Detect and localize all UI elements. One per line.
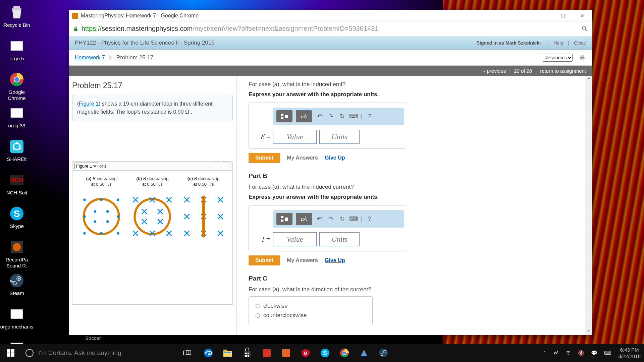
svg-point-10 <box>13 147 15 149</box>
return-link[interactable]: return to assignment <box>540 68 586 74</box>
figure-bar: Figure 1 of 1 ‹ › <box>72 161 233 171</box>
taskbar-mcafee-icon[interactable]: M <box>296 344 315 362</box>
undo-icon[interactable]: ↶ <box>315 215 323 223</box>
fig-label-c: (c) B decreasingat 0.50 T/s <box>178 176 229 187</box>
recycle-bin-icon[interactable]: Recycle Bin <box>0 1 34 35</box>
nch-icon[interactable]: NCH NCH Suit <box>0 169 34 202</box>
svg-text:S: S <box>14 208 20 219</box>
units-button[interactable]: μÅ <box>296 213 312 225</box>
svg-point-27 <box>582 26 586 30</box>
skype-icon[interactable]: S Skype <box>0 202 34 236</box>
recordpad-icon[interactable]: RecordPa Sound R. <box>0 236 34 269</box>
figure-link[interactable]: Figure 1 <box>79 101 99 107</box>
desktop-icon-label: orgo mechanis <box>0 324 33 330</box>
resources-select[interactable]: Resources <box>543 54 573 62</box>
part-b-toolbar: μÅ ↶ ↷ ↻ ⌨ | ? <box>273 210 404 228</box>
help-icon[interactable]: ? <box>366 215 374 223</box>
part-a-units-input[interactable] <box>319 130 360 144</box>
tray-volume-icon[interactable]: 🔇 <box>575 350 588 356</box>
svg-rect-31 <box>581 58 584 60</box>
redo-icon[interactable]: ↷ <box>327 112 335 120</box>
desktop-icon-label: SHAREit <box>7 156 26 162</box>
orog33-icon[interactable]: orog 33 <box>0 102 34 135</box>
scrollbar[interactable]: ▴ ▾ <box>585 76 592 335</box>
reset-icon[interactable]: ↻ <box>338 112 346 120</box>
reset-icon[interactable]: ↻ <box>338 215 346 223</box>
task-view-button[interactable] <box>179 344 195 362</box>
my-answers-link[interactable]: My Answers <box>287 257 318 263</box>
diagram-a <box>76 191 126 242</box>
orgo5-icon[interactable]: orgo 5 <box>0 35 34 68</box>
help-link[interactable]: Help <box>553 40 563 46</box>
units-button[interactable]: μÅ <box>296 110 312 122</box>
taskbar-explorer-icon[interactable] <box>218 344 237 362</box>
tray-wifi-icon[interactable] <box>562 350 575 357</box>
taskbar-skype-icon[interactable]: S <box>315 344 335 362</box>
print-icon[interactable] <box>579 54 586 61</box>
figure-prev-button[interactable]: ‹ <box>212 163 220 169</box>
taskbar-store-icon[interactable] <box>237 344 257 362</box>
radio-clockwise[interactable] <box>256 304 260 308</box>
part-a-submit-button[interactable]: Submit <box>249 153 280 163</box>
svg-text:NCH: NCH <box>10 177 23 183</box>
svg-rect-30 <box>581 55 584 57</box>
tray-notifications-icon[interactable]: 💬 <box>588 350 601 356</box>
breadcrumb-homework[interactable]: Homework 7 <box>75 55 105 61</box>
maximize-button[interactable]: ☐ <box>553 10 573 21</box>
svg-rect-6 <box>11 108 23 118</box>
part-a-value-input[interactable] <box>273 130 317 144</box>
tray-battery-icon[interactable]: 🗲 <box>550 350 562 356</box>
svg-rect-100 <box>224 352 231 353</box>
svg-point-11 <box>19 147 21 149</box>
my-answers-link[interactable]: My Answers <box>287 155 318 161</box>
mp-header: PHY122 - Physics for the Life Sciences I… <box>69 36 592 50</box>
minimize-button[interactable]: ─ <box>534 10 553 21</box>
tray-chevron-icon[interactable]: ⌃ <box>539 350 550 356</box>
taskbar-clock[interactable]: 6:43 PM 3/22/2016 <box>615 347 644 360</box>
taskbar-app-orange-icon[interactable] <box>276 344 296 362</box>
taskbar-edge-icon[interactable] <box>199 344 218 362</box>
start-button[interactable] <box>0 344 21 362</box>
tray-keyboard-icon[interactable]: ⌨ <box>601 350 615 356</box>
desktop-icon-label: RecordPa Sound R. <box>0 257 34 269</box>
shareit-icon[interactable]: SHAREit <box>0 135 34 169</box>
taskbar-chrome-icon[interactable] <box>335 344 354 362</box>
give-up-link[interactable]: Give Up <box>325 257 345 263</box>
svg-rect-93 <box>7 353 10 357</box>
close-link[interactable]: Close <box>574 40 586 46</box>
part-b-units-input[interactable] <box>319 232 360 246</box>
steam-icon[interactable]: Steam <box>0 269 34 303</box>
cortana-search[interactable]: I'm Cortana. Ask me anything. <box>21 344 179 362</box>
taskbar-steam-icon[interactable] <box>374 344 393 362</box>
keyboard-icon[interactable]: ⌨ <box>350 112 358 120</box>
redo-icon[interactable]: ↷ <box>327 215 335 223</box>
template-button[interactable] <box>276 110 292 122</box>
help-icon[interactable]: ? <box>366 112 374 120</box>
figure-select[interactable]: Figure 1 <box>74 163 98 169</box>
taskbar-app-blue-icon[interactable] <box>354 344 374 362</box>
chrome-icon[interactable]: Google Chrome <box>0 68 34 102</box>
diagram-c <box>178 191 229 242</box>
scroll-up-icon[interactable]: ▴ <box>586 76 591 82</box>
address-bar[interactable]: https://session.masteringphysics.com/myc… <box>69 21 592 36</box>
radio-counterclockwise[interactable] <box>256 313 260 318</box>
undo-icon[interactable]: ↶ <box>315 112 323 120</box>
close-button[interactable]: ✕ <box>573 10 592 21</box>
svg-text:S: S <box>323 350 327 356</box>
desktop-icons: Recycle Bin orgo 5 Google Chrome orog 33… <box>0 0 67 362</box>
taskbar-app-red-icon[interactable] <box>257 344 276 362</box>
figure-next-button[interactable]: › <box>222 163 230 169</box>
part-b-instruct: Express your answer with the appropriate… <box>249 194 579 200</box>
previous-link[interactable]: « previous <box>483 68 506 74</box>
part-a-instruct: Express your answer with the appropriate… <box>249 91 579 98</box>
part-b-value-input[interactable] <box>273 232 317 246</box>
svg-rect-26 <box>74 28 77 31</box>
template-button[interactable] <box>276 213 292 225</box>
give-up-link[interactable]: Give Up <box>325 155 345 161</box>
search-icon[interactable] <box>581 25 588 32</box>
keyboard-icon[interactable]: ⌨ <box>350 215 358 223</box>
part-b-submit-button[interactable]: Submit <box>249 255 280 265</box>
titlebar[interactable]: MasteringPhysics: Homework 7 - Google Ch… <box>69 10 592 21</box>
orgomech-icon[interactable]: orgo mechanis <box>0 303 34 337</box>
scroll-down-icon[interactable]: ▾ <box>586 329 591 335</box>
